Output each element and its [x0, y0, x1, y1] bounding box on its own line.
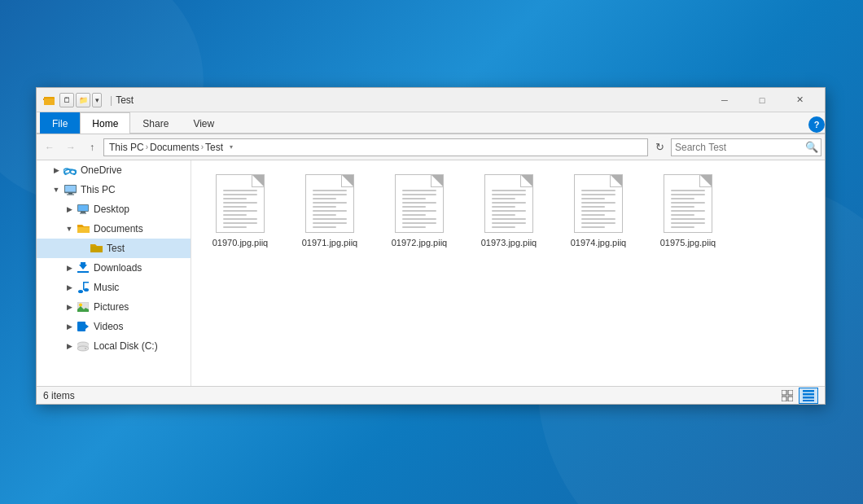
path-label-documents: Documents — [150, 142, 199, 153]
expand-desktop[interactable]: ▶ — [63, 199, 76, 219]
minimize-button[interactable]: ─ — [706, 88, 743, 112]
tab-home[interactable]: Home — [80, 112, 130, 134]
sidebar-label-downloads: Downloads — [94, 262, 142, 274]
window-icon — [43, 94, 56, 107]
file-name-2: 01972.jpg.piiq — [392, 237, 448, 248]
sidebar-label-music: Music — [94, 282, 119, 293]
tab-view[interactable]: View — [181, 112, 226, 134]
address-path[interactable]: This PC › Documents › Test ▾ — [103, 138, 648, 156]
file-item[interactable]: 01975.jpg.piiq — [647, 169, 729, 254]
sidebar-label-documents: Documents — [94, 223, 143, 234]
file-item[interactable]: 01970.jpg.piiq — [199, 169, 281, 254]
forward-button[interactable]: → — [61, 138, 81, 157]
view-grid-button[interactable] — [778, 388, 797, 404]
search-box: 🔍 — [671, 138, 821, 156]
svg-rect-32 — [782, 397, 786, 401]
expand-thispc[interactable]: ▼ — [50, 180, 63, 199]
path-label-test: Test — [205, 142, 223, 153]
sidebar-item-thispc[interactable]: ▼ This PC — [37, 180, 191, 199]
sidebar-label-onedrive: OneDrive — [81, 164, 122, 176]
sidebar-item-pictures[interactable]: ▶ Pictures — [37, 297, 191, 317]
path-dropdown[interactable]: ▾ — [225, 138, 238, 156]
sidebar-label-test: Test — [107, 243, 125, 254]
test-folder-icon — [89, 241, 103, 256]
svg-marker-25 — [85, 324, 89, 329]
documents-icon — [76, 221, 90, 236]
svg-rect-9 — [68, 193, 72, 195]
svg-rect-10 — [67, 194, 74, 195]
file-item[interactable]: 01972.jpg.piiq — [379, 169, 460, 254]
ribbon: File Home Share View ? — [37, 112, 825, 134]
sidebar-item-onedrive[interactable]: ▶ OneDrive — [37, 160, 191, 180]
sidebar-item-downloads[interactable]: ▶ Downloads — [37, 258, 191, 278]
svg-point-29 — [85, 348, 86, 349]
svg-rect-24 — [77, 322, 85, 331]
svg-rect-31 — [788, 390, 793, 395]
sidebar-item-music[interactable]: ▶ Music — [37, 278, 191, 297]
file-icon-3 — [484, 174, 533, 233]
file-name-3: 01973.jpg.piiq — [481, 237, 537, 248]
sidebar-item-test[interactable]: Test — [37, 239, 191, 258]
sidebar: ▶ OneDrive ▼ — [37, 160, 191, 386]
qs-btn-1[interactable]: 🗒 — [59, 93, 74, 107]
tab-file[interactable]: File — [40, 112, 80, 134]
path-test: Test — [205, 142, 223, 153]
view-details-button[interactable] — [799, 388, 818, 404]
sidebar-item-videos[interactable]: ▶ Videos — [37, 317, 191, 336]
onedrive-icon — [63, 163, 77, 177]
up-button[interactable]: ↑ — [82, 138, 102, 157]
svg-rect-13 — [81, 212, 85, 213]
sidebar-label-desktop: Desktop — [94, 204, 129, 215]
refresh-button[interactable]: ↻ — [650, 138, 669, 157]
svg-rect-33 — [788, 397, 793, 401]
help-button[interactable]: ? — [808, 116, 825, 133]
back-button[interactable]: ← — [40, 138, 59, 157]
ribbon-tabs: File Home Share View ? — [37, 112, 825, 134]
sidebar-item-desktop[interactable]: ▶ Desktop — [37, 199, 191, 219]
expand-documents[interactable]: ▼ — [63, 219, 76, 239]
file-icon-4 — [574, 174, 623, 233]
expand-pictures[interactable]: ▶ — [63, 297, 76, 317]
file-item[interactable]: 01973.jpg.piiq — [468, 169, 550, 254]
svg-point-23 — [79, 304, 82, 307]
tab-share[interactable]: Share — [130, 112, 181, 134]
view-buttons — [778, 388, 818, 404]
maximize-button[interactable]: □ — [743, 88, 781, 112]
window-controls: ─ □ ✕ — [706, 88, 818, 112]
music-icon — [76, 280, 90, 295]
svg-rect-1 — [44, 97, 48, 99]
svg-rect-34 — [803, 390, 814, 392]
qs-btn-2[interactable]: 📁 — [76, 93, 90, 107]
file-icon-2 — [395, 174, 444, 233]
file-item[interactable]: 01974.jpg.piiq — [558, 169, 639, 254]
file-icon-0 — [216, 174, 265, 233]
status-bar: 6 items — [37, 386, 825, 404]
path-thispc: This PC › — [109, 142, 148, 153]
search-input[interactable] — [672, 142, 803, 153]
expand-localdisk[interactable]: ▶ — [63, 336, 76, 356]
file-item[interactable]: 01971.jpg.piiq — [289, 169, 370, 254]
qs-dropdown[interactable]: ▾ — [92, 93, 102, 107]
videos-icon — [76, 319, 90, 334]
sidebar-item-documents[interactable]: ▼ Documents — [37, 219, 191, 239]
sidebar-item-localdisk[interactable]: ▶ Local Disk (C:) — [37, 336, 191, 356]
drive-icon — [76, 339, 90, 353]
expand-onedrive[interactable]: ▶ — [50, 160, 63, 180]
path-documents: Documents › — [150, 142, 204, 153]
svg-rect-15 — [90, 247, 103, 252]
sidebar-label-videos: Videos — [94, 321, 123, 332]
expand-downloads[interactable]: ▶ — [63, 258, 76, 278]
svg-rect-3 — [44, 99, 55, 105]
expand-music[interactable]: ▶ — [63, 278, 76, 297]
file-icon-1 — [305, 174, 354, 233]
file-name-4: 01974.jpg.piiq — [571, 237, 627, 248]
svg-point-19 — [84, 288, 89, 291]
svg-rect-21 — [83, 282, 89, 283]
expand-videos[interactable]: ▶ — [63, 317, 76, 336]
path-label-thispc: This PC — [109, 142, 144, 153]
search-button[interactable]: 🔍 — [803, 139, 821, 156]
main-area: ▶ OneDrive ▼ — [37, 160, 825, 386]
title-bar: 🗒 📁 ▾ | Test ─ □ ✕ — [37, 88, 825, 112]
close-button[interactable]: ✕ — [781, 88, 818, 112]
svg-rect-36 — [803, 397, 814, 399]
